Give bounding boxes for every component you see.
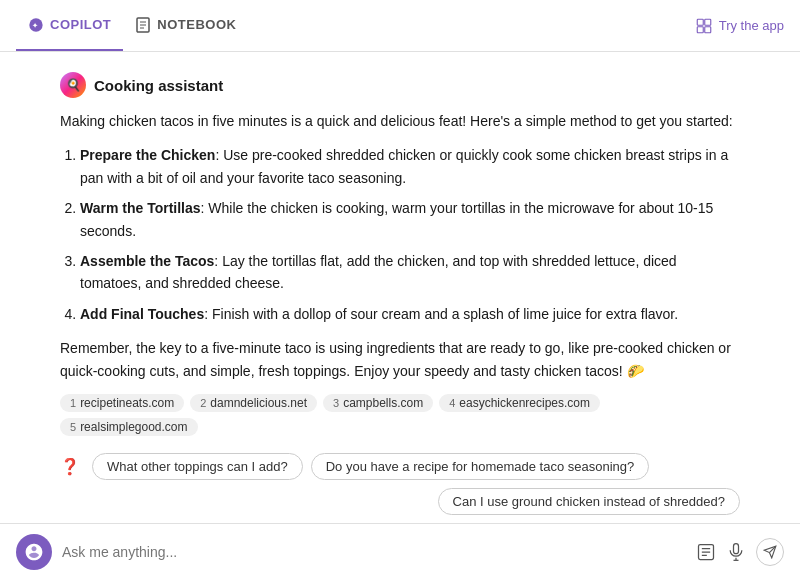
svg-rect-6 [697, 19, 703, 25]
notebook-icon [135, 17, 151, 33]
list-item: Assemble the Tacos: Lay the tortillas fl… [80, 250, 740, 295]
try-app-label: Try the app [719, 18, 784, 33]
source-5[interactable]: 5 realsimplegood.com [60, 418, 198, 436]
header-tabs: ✦ COPILOT NOTEBOOK [16, 0, 695, 51]
input-avatar [16, 534, 52, 570]
svg-rect-7 [704, 19, 710, 25]
list-item: Add Final Touches: Finish with a dollop … [80, 303, 740, 325]
svg-rect-9 [704, 26, 710, 32]
chat-area: 🍳 Cooking assistant Making chicken tacos… [0, 52, 800, 445]
svg-rect-8 [697, 26, 703, 32]
closing-text: Remember, the key to a five-minute taco … [60, 337, 740, 382]
microphone-icon[interactable] [726, 542, 746, 562]
suggestion-chip-3[interactable]: Can I use ground chicken instead of shre… [438, 488, 740, 515]
steps-list: Prepare the Chicken: Use pre-cooked shre… [60, 144, 740, 325]
try-app-button[interactable]: Try the app [695, 17, 784, 35]
step-3-bold: Assemble the Tacos [80, 253, 214, 269]
step-4-text: : Finish with a dollop of sour cream and… [204, 306, 678, 322]
characters-icon[interactable] [696, 542, 716, 562]
notebook-tab-label: NOTEBOOK [157, 17, 236, 32]
svg-rect-19 [734, 544, 739, 554]
copilot-tab-label: COPILOT [50, 17, 111, 32]
input-bar [0, 523, 800, 580]
intro-text: Making chicken tacos in five minutes is … [60, 110, 740, 132]
input-actions [696, 538, 784, 566]
suggestions-top: ❓ What other toppings can I add? Do you … [60, 453, 740, 480]
source-1[interactable]: 1 recipetineats.com [60, 394, 184, 412]
source-4[interactable]: 4 easychickenrecipes.com [439, 394, 600, 412]
tab-notebook[interactable]: NOTEBOOK [123, 0, 248, 51]
suggestion-chip-1[interactable]: What other toppings can I add? [92, 453, 303, 480]
step-2-bold: Warm the Tortillas [80, 200, 201, 216]
send-button[interactable] [756, 538, 784, 566]
suggestions-area: ❓ What other toppings can I add? Do you … [0, 445, 800, 523]
step-1-bold: Prepare the Chicken [80, 147, 215, 163]
copilot-icon: ✦ [28, 17, 44, 33]
sources-row: 1 recipetineats.com 2 damndelicious.net … [60, 394, 740, 436]
suggestion-question-icon: ❓ [60, 457, 80, 476]
source-2[interactable]: 2 damndelicious.net [190, 394, 317, 412]
suggestion-chip-2[interactable]: Do you have a recipe for homemade taco s… [311, 453, 650, 480]
list-item: Prepare the Chicken: Use pre-cooked shre… [80, 144, 740, 189]
header: ✦ COPILOT NOTEBOOK Try the app [0, 0, 800, 52]
svg-text:✦: ✦ [32, 21, 38, 28]
suggestions-bottom: Can I use ground chicken instead of shre… [60, 488, 740, 515]
assistant-header: 🍳 Cooking assistant [60, 72, 740, 98]
step-4-bold: Add Final Touches [80, 306, 204, 322]
source-3[interactable]: 3 campbells.com [323, 394, 433, 412]
main-content: 🍳 Cooking assistant Making chicken tacos… [0, 52, 800, 580]
avatar: 🍳 [60, 72, 86, 98]
assistant-name: Cooking assistant [94, 77, 223, 94]
tab-copilot[interactable]: ✦ COPILOT [16, 0, 123, 51]
list-item: Warm the Tortillas: While the chicken is… [80, 197, 740, 242]
chat-input[interactable] [62, 544, 686, 560]
suggestions-row: ❓ What other toppings can I add? Do you … [60, 453, 740, 515]
